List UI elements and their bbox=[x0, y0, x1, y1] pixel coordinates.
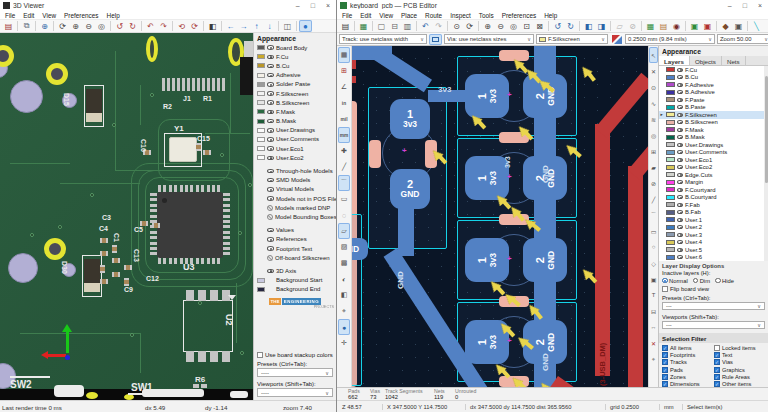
rotate-z-pos-icon[interactable]: ⟳ bbox=[188, 20, 201, 32]
layer-color-swatch[interactable] bbox=[666, 217, 675, 222]
flip-view-icon[interactable]: ◧ bbox=[338, 287, 350, 303]
layer-row-user.comments[interactable]: User.Comments bbox=[659, 149, 768, 157]
layer-row-3d[interactable]: Virtual Models bbox=[254, 185, 336, 194]
layer-swatch[interactable] bbox=[257, 287, 265, 292]
filter-checkbox[interactable] bbox=[662, 367, 668, 373]
units-mm-icon[interactable]: mm bbox=[338, 127, 350, 143]
visibility-eye-icon[interactable] bbox=[677, 83, 683, 87]
stackup-colors-checkbox[interactable] bbox=[257, 352, 263, 358]
menu-inspect[interactable]: Inspect bbox=[450, 12, 471, 19]
visibility-eye-icon[interactable] bbox=[677, 98, 683, 102]
add-zone-icon[interactable]: ▰ bbox=[649, 159, 658, 175]
visibility-eye-icon[interactable] bbox=[267, 137, 274, 142]
layer-row-3d[interactable]: SMD Models bbox=[254, 176, 336, 185]
layer-color-swatch[interactable] bbox=[666, 112, 675, 117]
draw-line-icon[interactable]: ╱ bbox=[649, 191, 658, 207]
maximize-button-3d[interactable]: □ bbox=[311, 0, 315, 11]
window-layout-icon[interactable]: ▣ bbox=[732, 20, 745, 32]
layer-row-3d[interactable]: F.Silkscreen bbox=[254, 89, 336, 98]
visibility-eye-icon[interactable] bbox=[267, 100, 274, 105]
rotate-cw-icon[interactable]: ↻ bbox=[564, 20, 577, 32]
layer-row-user.eco2[interactable]: User.Eco2 bbox=[659, 164, 768, 172]
layer-color-swatch[interactable] bbox=[666, 202, 675, 207]
filter-pads[interactable]: Pads bbox=[662, 367, 714, 373]
properties-icon[interactable]: ✛ bbox=[338, 335, 350, 351]
ortho-projection-icon[interactable]: ◫ bbox=[281, 20, 294, 32]
add-via-icon[interactable]: ◎ bbox=[649, 127, 658, 143]
layer-color-swatch[interactable] bbox=[666, 127, 675, 132]
scripting-console-icon[interactable]: ◆ bbox=[719, 20, 732, 32]
visibility-eye-icon[interactable] bbox=[267, 156, 274, 161]
layer-row-user.1[interactable]: User.1 bbox=[659, 216, 768, 224]
layer-row-3d[interactable]: Footprint Text bbox=[254, 244, 336, 253]
pcb-canvas[interactable]: 13v32GND13v32GND13v32GND13v32GND13v32GND… bbox=[352, 46, 648, 387]
layer-row-f.adhesive[interactable]: F.Adhesive bbox=[659, 81, 768, 89]
page-settings-icon[interactable]: ▢ bbox=[375, 20, 388, 32]
minimize-button-3d[interactable]: – bbox=[296, 0, 300, 11]
visibility-eye-icon[interactable] bbox=[677, 143, 683, 147]
visibility-eye-icon[interactable] bbox=[677, 233, 683, 237]
presets-select-3d[interactable]: ---- bbox=[257, 368, 333, 377]
ratsnest-visibility-icon[interactable]: ╱ bbox=[338, 159, 350, 175]
presets-select-pcb[interactable]: --- bbox=[662, 302, 765, 310]
close-button-3d[interactable]: × bbox=[326, 0, 330, 11]
menu-help[interactable]: Help bbox=[544, 12, 557, 19]
visibility-eye-icon[interactable] bbox=[267, 196, 274, 201]
layer-color-swatch[interactable] bbox=[666, 247, 675, 252]
layer-row-3d[interactable]: Background Start bbox=[254, 276, 336, 285]
zoom-selection-icon[interactable]: ⊠ bbox=[533, 20, 546, 32]
visibility-eye-icon[interactable] bbox=[677, 75, 683, 79]
zone-filled-icon[interactable]: ▩ bbox=[338, 255, 350, 271]
menu-preferences[interactable]: Preferences bbox=[502, 12, 536, 19]
titlebar-3d[interactable]: 3D Viewer –□× bbox=[0, 0, 336, 11]
track-gnd[interactable] bbox=[372, 46, 432, 92]
layer-row-f.mask[interactable]: F.Mask bbox=[659, 126, 768, 134]
track-fcu[interactable] bbox=[595, 73, 648, 138]
pad-outline-icon[interactable]: ▱ bbox=[338, 223, 350, 239]
visibility-eye-icon[interactable] bbox=[677, 113, 683, 117]
filter-vias[interactable]: Vias bbox=[714, 359, 766, 365]
layer-row-3d[interactable]: Models marked DNP bbox=[254, 203, 336, 212]
visibility-eye-icon[interactable] bbox=[677, 128, 683, 132]
layer-swatch[interactable] bbox=[257, 109, 265, 114]
layer-row-b.adhesive[interactable]: B.Adhesive bbox=[659, 89, 768, 97]
net-inspect-icon[interactable]: ⊙ bbox=[649, 79, 658, 95]
filter-checkbox[interactable] bbox=[662, 374, 668, 380]
layer-row-3d[interactable]: Values bbox=[254, 226, 336, 235]
tab-nets[interactable]: Nets bbox=[722, 56, 746, 65]
track-fcu[interactable] bbox=[595, 124, 610, 376]
layer-color-swatch[interactable] bbox=[666, 165, 675, 170]
visibility-eye-icon[interactable] bbox=[677, 90, 683, 94]
visibility-eye-icon[interactable] bbox=[267, 45, 274, 50]
layer-swatch[interactable] bbox=[257, 119, 265, 124]
filter-text[interactable]: Text bbox=[714, 352, 766, 358]
visibility-eye-icon[interactable] bbox=[267, 237, 274, 242]
visibility-eye-icon[interactable] bbox=[677, 173, 683, 177]
flip-board-checkbox[interactable] bbox=[662, 286, 668, 292]
menu-view[interactable]: View bbox=[379, 12, 393, 19]
visibility-eye-icon[interactable] bbox=[677, 165, 683, 169]
filter-checkbox[interactable] bbox=[662, 352, 668, 358]
grid-origin-icon[interactable]: ⊞ bbox=[338, 63, 350, 79]
filter-footprints[interactable]: Footprints bbox=[662, 352, 714, 358]
radio-normal[interactable]: Normal bbox=[662, 278, 688, 284]
add-text-icon[interactable]: T bbox=[649, 287, 658, 303]
filter-checkbox[interactable] bbox=[714, 374, 720, 380]
visibility-eye-icon[interactable] bbox=[267, 55, 274, 60]
layer-swatch[interactable] bbox=[257, 63, 265, 68]
layer-color-swatch[interactable] bbox=[666, 97, 675, 102]
zone-hatched-icon[interactable]: ▨ bbox=[338, 239, 350, 255]
plugin-red-icon[interactable]: ▣ bbox=[701, 20, 714, 32]
layer-row-3d[interactable]: User.Eco1 bbox=[254, 144, 336, 153]
ratsnest-curved-icon[interactable]: ⌒ bbox=[338, 175, 350, 191]
diode-pad[interactable] bbox=[369, 140, 381, 168]
menu-preferences[interactable]: Preferences bbox=[64, 12, 98, 19]
move-left-icon[interactable]: ← bbox=[224, 20, 237, 32]
polar-coords-icon[interactable]: ∠ bbox=[338, 79, 350, 95]
rotate-y-pos-icon[interactable]: ↷ bbox=[157, 20, 170, 32]
layer-row-user.5[interactable]: User.5 bbox=[659, 246, 768, 254]
menu-file[interactable]: File bbox=[5, 12, 15, 19]
layer-row-user.4[interactable]: User.4 bbox=[659, 239, 768, 247]
drill-origin-icon[interactable]: ⌖ bbox=[338, 303, 350, 319]
close-button-pcb[interactable]: × bbox=[758, 0, 762, 11]
